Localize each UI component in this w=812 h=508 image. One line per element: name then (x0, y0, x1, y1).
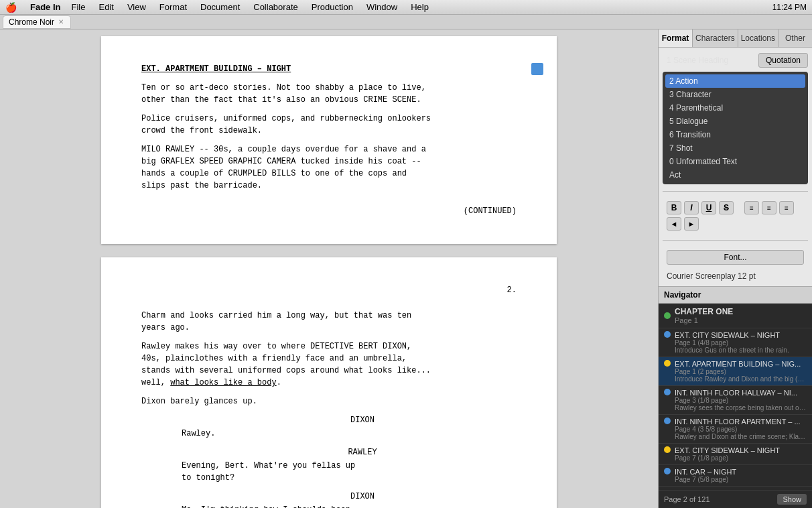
nav-scene-1[interactable]: EXT. CITY SIDEWALK – NIGHT Page 1 (4/8 p… (659, 328, 812, 357)
format-action[interactable]: 2 Action (665, 74, 805, 88)
script-page-1: EXT. APARTMENT BUILDING – NIGHT Ten or s… (101, 36, 557, 244)
scene-title-5: EXT. CITY SIDEWALK – NIGHT (675, 446, 807, 454)
format-act[interactable]: Act (665, 168, 805, 182)
menubar-edit[interactable]: Edit (93, 1, 119, 14)
scene-page-3: Page 3 (1/8 page) (675, 397, 807, 404)
main-area: EXT. APARTMENT BUILDING – NIGHT Ten or s… (0, 29, 812, 508)
nav-scene-2[interactable]: EXT. APARTMENT BUILDING – NIG... Page 1 … (659, 357, 812, 386)
align-center-button[interactable]: ≡ (762, 201, 776, 214)
action-paragraph-1: Ten or so art-deco stories. Not too shab… (141, 82, 517, 106)
scene-content-4: INT. NINTH FLOOR APARTMENT – ... Page 4 … (675, 418, 807, 440)
chapter-name: CHAPTER ONE (675, 307, 733, 316)
scene-marker (531, 63, 543, 75)
scene-dot-6 (664, 468, 671, 474)
dialogue-dixon-2: Me, I'm thinking how I shoulda been an a… (141, 504, 517, 508)
dialogue-dixon-1: Rawley. (141, 428, 517, 440)
nav-list[interactable]: CHAPTER ONE Page 1 EXT. CITY SIDEWALK – … (659, 304, 812, 490)
menubar-collaborate[interactable]: Collaborate (248, 1, 303, 14)
scene-content-1: EXT. CITY SIDEWALK – NIGHT Page 1 (4/8 p… (675, 331, 807, 354)
nav-scene-6[interactable]: INT. CAR – NIGHT Page 7 (5/8 page) (659, 465, 812, 487)
align-right-button[interactable]: ≡ (779, 201, 794, 214)
tab-locations[interactable]: Locations (738, 29, 779, 47)
scene-desc-2: Introduce Rawley and Dixon and the big (… (675, 375, 807, 383)
menubar-file[interactable]: File (66, 1, 91, 14)
scene-page-1: Page 1 (4/8 page) (675, 339, 807, 346)
quotation-button[interactable]: Quotation (758, 53, 808, 68)
script-editor[interactable]: EXT. APARTMENT BUILDING – NIGHT Ten or s… (0, 29, 658, 508)
scene-desc-1: Introduce Gus on the street in the rain. (675, 346, 807, 354)
scene-desc-3: Rawley sees the corpse being taken out o… (675, 404, 807, 411)
menubar-appname[interactable]: Fade In (25, 1, 66, 14)
action-paragraph-5: Rawley makes his way over to where DETEC… (141, 340, 517, 389)
underline-button[interactable]: U (701, 201, 716, 214)
format-dialogue[interactable]: 5 Dialogue (665, 115, 805, 128)
right-panel: Format Characters Locations Other 1 Scen… (658, 29, 812, 508)
scene-heading-1: EXT. APARTMENT BUILDING – NIGHT (141, 63, 517, 75)
format-scene-heading[interactable]: 1 Scene Heading (663, 54, 732, 67)
nav-show-button[interactable]: Show (777, 494, 807, 505)
menubar-production[interactable]: Production (306, 1, 358, 14)
menubar-document[interactable]: Document (195, 1, 245, 14)
apple-menu[interactable]: 🍎 (5, 2, 17, 13)
action-paragraph-3: MILO RAWLEY -- 30s, a couple days overdu… (141, 143, 517, 192)
menubar-items: File Edit View Format Document Collabora… (66, 1, 434, 14)
action-paragraph-4: Charm and looks carried him a long way, … (141, 310, 517, 334)
format-panel: 1 Scene Heading Quotation 2 Action 3 Cha… (659, 48, 812, 286)
decrease-indent-button[interactable]: ◄ (667, 217, 681, 231)
action-paragraph-6: Dixon barely glances up. (141, 395, 517, 407)
strikethrough-button[interactable]: S (719, 201, 734, 214)
tab-characters[interactable]: Characters (693, 29, 738, 47)
format-parenthetical[interactable]: 4 Parenthetical (665, 101, 805, 115)
divider-1 (663, 191, 808, 192)
chapter-page: Page 1 (675, 316, 733, 324)
scene-content-2: EXT. APARTMENT BUILDING – NIG... Page 1 … (675, 360, 807, 383)
align-left-button[interactable]: ≡ (744, 201, 759, 214)
font-button[interactable]: Font... (667, 250, 804, 265)
character-rawley-1: RAWLEY (141, 446, 517, 458)
nav-scene-3[interactable]: INT. NINTH FLOOR HALLWAY – NI... Page 3 … (659, 386, 812, 415)
scene-content-5: EXT. CITY SIDEWALK – NIGHT Page 7 (1/8 p… (675, 446, 807, 462)
scene-page-5: Page 7 (1/8 page) (675, 454, 807, 462)
menubar-help[interactable]: Help (405, 1, 434, 14)
scene-title-1: EXT. CITY SIDEWALK – NIGHT (675, 331, 807, 339)
italic-button[interactable]: I (684, 201, 699, 214)
scene-dot-3 (664, 389, 671, 395)
script-page-2: 2. Charm and looks carried him a long wa… (101, 257, 557, 508)
menubar: 🍎 Fade In File Edit View Format Document… (0, 0, 812, 15)
tabbar: Chrome Noir ✕ (0, 15, 812, 29)
menubar-format[interactable]: Format (154, 1, 192, 14)
format-list: 2 Action 3 Character 4 Parenthetical 5 D… (663, 72, 808, 184)
menubar-window[interactable]: Window (361, 1, 403, 14)
tab-other[interactable]: Other (779, 29, 812, 47)
action-paragraph-2: Police cruisers, uniformed cops, and rub… (141, 113, 517, 137)
format-shot[interactable]: 7 Shot (665, 141, 805, 155)
tab-format[interactable]: Format (659, 29, 693, 47)
text-format-row: B I U S ≡ ≡ ≡ ◄ ► (663, 198, 808, 233)
divider-2 (663, 240, 808, 241)
navigator-section: Navigator CHAPTER ONE Page 1 EXT. CITY S… (659, 286, 812, 508)
nav-scene-4[interactable]: INT. NINTH FLOOR APARTMENT – ... Page 4 … (659, 415, 812, 444)
scene-content-3: INT. NINTH FLOOR HALLWAY – NI... Page 3 … (675, 389, 807, 411)
right-panel-tabs: Format Characters Locations Other (659, 29, 812, 48)
nav-scene-5[interactable]: EXT. CITY SIDEWALK – NIGHT Page 7 (1/8 p… (659, 444, 812, 465)
page-number-2: 2. (141, 284, 517, 296)
format-character[interactable]: 3 Character (665, 88, 805, 101)
scene-dot-5 (664, 446, 671, 453)
nav-chapter: CHAPTER ONE Page 1 (659, 304, 812, 328)
menubar-view[interactable]: View (122, 1, 151, 14)
tab-close-button[interactable]: ✕ (57, 18, 65, 26)
bold-button[interactable]: B (667, 201, 681, 214)
scene-dot-1 (664, 331, 671, 338)
scene-dot-2 (664, 360, 671, 367)
scene-title-6: INT. CAR – NIGHT (675, 468, 807, 476)
scene-desc-4: Rawley and Dixon at the crime scene; Kla… (675, 433, 807, 440)
navigator-header: Navigator (659, 287, 812, 304)
continued-label: (CONTINUED) (141, 205, 517, 217)
format-transition[interactable]: 6 Transition (665, 128, 805, 141)
chapter-content: CHAPTER ONE Page 1 (675, 307, 733, 324)
tab-chrome-noir[interactable]: Chrome Noir ✕ (3, 15, 71, 29)
format-unformatted[interactable]: 0 Unformatted Text (665, 155, 805, 168)
nav-page-info: Page 2 of 121 (664, 495, 710, 503)
nav-footer: Page 2 of 121 Show (659, 490, 812, 508)
increase-indent-button[interactable]: ► (684, 217, 699, 231)
